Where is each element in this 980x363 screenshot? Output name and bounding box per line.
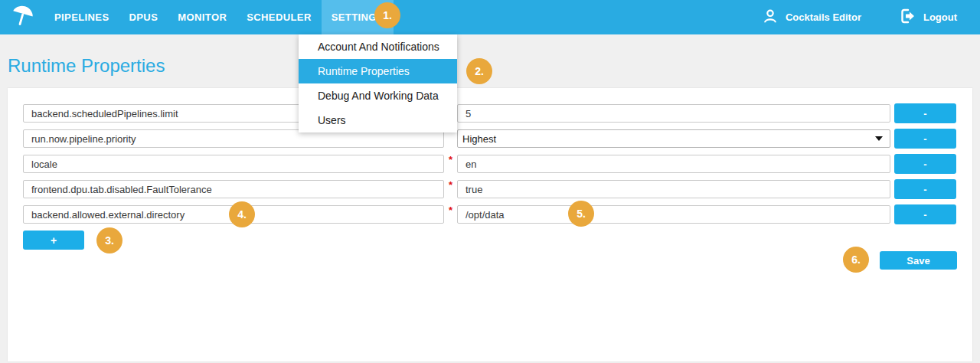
property-row: * - [23,205,957,224]
logout-icon [898,7,916,28]
navbar-right: Cocktails Editor Logout [762,0,980,34]
property-value-input[interactable] [457,104,890,123]
selected-option-label: Highest [462,133,496,145]
remove-row-button[interactable]: - [894,179,956,199]
menu-item-debug-and-working-data[interactable]: Debug And Working Data [299,83,457,108]
required-marker: * [444,180,457,190]
remove-row-button[interactable]: - [894,204,956,224]
property-row: Highest - [23,129,957,148]
top-navbar: PIPELINES DPUS MONITOR SCHEDULER SETTING… [0,0,980,34]
runtime-properties-panel: - Highest - * - * - * - + Save [8,88,972,361]
annotation-badge-2: 2. [466,58,492,84]
menu-item-runtime-properties[interactable]: Runtime Properties [299,59,457,83]
property-value-select[interactable]: Highest [457,129,890,148]
page-title: Runtime Properties [8,55,165,77]
required-marker: * [444,155,457,165]
annotation-badge-6: 6. [843,247,869,273]
remove-row-button[interactable]: - [894,129,956,149]
save-row: Save [23,251,957,270]
annotation-badge-1: 1. [374,2,400,28]
nav-item-scheduler[interactable]: SCHEDULER [237,0,322,34]
remove-row-button[interactable]: - [894,103,956,123]
nav-item-pipelines[interactable]: PIPELINES [44,0,119,34]
property-row: - [23,104,957,123]
app-logo[interactable] [0,0,44,34]
annotation-badge-5: 5. [568,201,594,227]
remove-row-button[interactable]: - [894,154,956,174]
save-button[interactable]: Save [880,251,957,270]
current-user[interactable]: Cocktails Editor [762,8,861,28]
property-value-input[interactable] [457,205,890,224]
menu-item-users[interactable]: Users [299,108,457,132]
menu-item-account-and-notifications[interactable]: Account And Notifications [299,34,457,59]
annotation-badge-4: 4. [229,201,255,227]
user-name-label: Cocktails Editor [786,11,861,23]
umbrella-logo-icon [8,2,36,33]
annotation-badge-3: 3. [96,227,122,253]
settings-dropdown-menu: Account And Notifications Runtime Proper… [299,34,457,132]
nav-menu: PIPELINES DPUS MONITOR SCHEDULER SETTING… [44,0,394,34]
property-value-input[interactable] [457,180,890,198]
nav-item-dpus[interactable]: DPUS [119,0,168,34]
nav-item-monitor[interactable]: MONITOR [168,0,237,34]
user-icon [762,8,779,28]
property-row: * - [23,155,957,173]
property-key-input[interactable] [23,155,444,173]
property-row: * - [23,180,957,198]
logout-label: Logout [923,11,957,23]
property-key-input[interactable] [23,180,444,198]
required-marker: * [444,205,457,215]
property-value-input[interactable] [457,155,890,173]
chevron-down-icon [875,136,883,141]
logout-button[interactable]: Logout [898,7,957,28]
add-row-button[interactable]: + [23,231,84,250]
